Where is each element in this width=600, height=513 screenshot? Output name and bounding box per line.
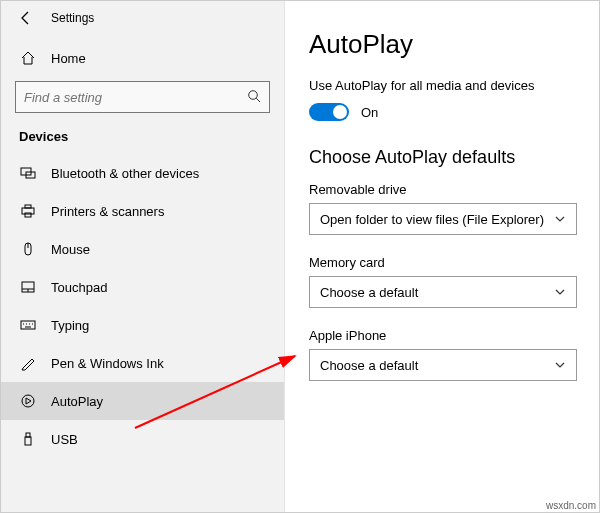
sidebar-item-pen[interactable]: Pen & Windows Ink [1, 344, 284, 382]
sidebar-item-printers[interactable]: Printers & scanners [1, 192, 284, 230]
sidebar-item-label: Printers & scanners [51, 204, 164, 219]
printer-icon [19, 202, 37, 220]
field-label-memory: Memory card [309, 255, 577, 270]
keyboard-icon [19, 316, 37, 334]
home-icon [19, 49, 37, 67]
select-memory-card[interactable]: Choose a default [309, 276, 577, 308]
bluetooth-devices-icon [19, 164, 37, 182]
mouse-icon [19, 240, 37, 258]
search-input[interactable] [24, 90, 237, 105]
sidebar-item-mouse[interactable]: Mouse [1, 230, 284, 268]
sidebar-item-home[interactable]: Home [1, 39, 284, 77]
sidebar-item-label: Pen & Windows Ink [51, 356, 164, 371]
svg-rect-12 [21, 321, 35, 329]
svg-line-1 [256, 98, 260, 102]
autoplay-icon [19, 392, 37, 410]
svg-point-18 [22, 395, 34, 407]
svg-rect-19 [26, 433, 30, 437]
master-toggle-state: On [361, 105, 378, 120]
main-panel: AutoPlay Use AutoPlay for all media and … [285, 1, 599, 512]
sidebar-item-usb[interactable]: USB [1, 420, 284, 458]
chevron-down-icon [554, 359, 566, 371]
field-label-iphone: Apple iPhone [309, 328, 577, 343]
search-icon [247, 89, 261, 106]
chevron-down-icon [554, 286, 566, 298]
master-toggle-row: On [309, 103, 577, 121]
sidebar-item-label: Bluetooth & other devices [51, 166, 199, 181]
pen-icon [19, 354, 37, 372]
sidebar-item-label: Typing [51, 318, 89, 333]
sidebar-item-label: Mouse [51, 242, 90, 257]
select-value: Choose a default [320, 358, 418, 373]
chevron-down-icon [554, 213, 566, 225]
search-box[interactable] [15, 81, 270, 113]
sidebar-section-header: Devices [1, 127, 284, 154]
page-title: AutoPlay [309, 29, 577, 60]
window-title: Settings [51, 11, 94, 25]
sidebar-item-label: Home [51, 51, 86, 66]
settings-window: Settings Home Devices Bluetooth & other … [0, 0, 600, 513]
sidebar-item-touchpad[interactable]: Touchpad [1, 268, 284, 306]
select-value: Choose a default [320, 285, 418, 300]
select-value: Open folder to view files (File Explorer… [320, 212, 544, 227]
sidebar-item-label: Touchpad [51, 280, 107, 295]
sidebar: Settings Home Devices Bluetooth & other … [1, 1, 285, 512]
svg-rect-20 [25, 437, 31, 445]
svg-rect-5 [25, 205, 31, 208]
field-label-removable: Removable drive [309, 182, 577, 197]
sidebar-item-bluetooth[interactable]: Bluetooth & other devices [1, 154, 284, 192]
title-bar: Settings [1, 7, 284, 39]
touchpad-icon [19, 278, 37, 296]
master-toggle-text: Use AutoPlay for all media and devices [309, 78, 577, 93]
back-icon[interactable] [19, 11, 33, 25]
select-apple-iphone[interactable]: Choose a default [309, 349, 577, 381]
sidebar-item-label: USB [51, 432, 78, 447]
usb-icon [19, 430, 37, 448]
defaults-header: Choose AutoPlay defaults [309, 147, 577, 168]
watermark: wsxdn.com [546, 500, 596, 511]
select-removable-drive[interactable]: Open folder to view files (File Explorer… [309, 203, 577, 235]
master-toggle[interactable] [309, 103, 349, 121]
sidebar-item-label: AutoPlay [51, 394, 103, 409]
sidebar-item-typing[interactable]: Typing [1, 306, 284, 344]
svg-point-0 [249, 90, 258, 99]
sidebar-item-autoplay[interactable]: AutoPlay [1, 382, 284, 420]
